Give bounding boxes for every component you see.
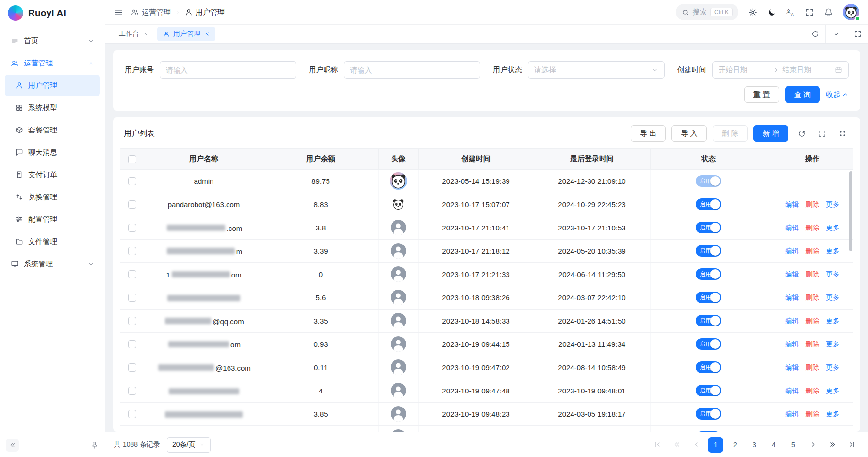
created-time-daterange[interactable]: 开始日期结束日期 — [712, 61, 849, 79]
edit-link[interactable]: 编辑 — [785, 387, 799, 394]
row-checkbox[interactable] — [128, 317, 136, 325]
sidebar-item-user-management[interactable]: 用户管理 — [5, 75, 100, 96]
edit-link[interactable]: 编辑 — [785, 317, 799, 325]
next-page-button[interactable] — [805, 437, 820, 453]
more-link[interactable]: 更多 — [826, 410, 839, 418]
tab-menu-chevron-down-icon[interactable] — [825, 25, 847, 43]
delete-link[interactable]: 删除 — [805, 410, 819, 418]
row-checkbox[interactable] — [128, 387, 136, 395]
translate-icon[interactable]: 文A — [786, 8, 795, 17]
settings-icon[interactable] — [748, 8, 757, 17]
tab-close-icon[interactable] — [143, 31, 148, 37]
select-all-checkbox[interactable] — [128, 155, 136, 163]
fullscreen-icon[interactable] — [805, 8, 814, 17]
more-link[interactable]: 更多 — [826, 294, 839, 301]
pin-icon[interactable] — [90, 441, 99, 450]
export-button[interactable]: 导 出 — [631, 125, 666, 142]
nickname-input[interactable] — [344, 61, 481, 79]
status-toggle[interactable]: 启用 — [696, 245, 721, 257]
collapse-filters-link[interactable]: 收起 — [826, 90, 849, 99]
status-toggle[interactable]: 启用 — [696, 315, 721, 326]
status-toggle[interactable]: 启用 — [696, 361, 721, 373]
edit-link[interactable]: 编辑 — [785, 410, 799, 418]
user-avatar[interactable] — [843, 4, 859, 20]
sidebar-item-redeem-management[interactable]: 兑换管理 — [5, 186, 100, 208]
more-link[interactable]: 更多 — [826, 224, 839, 231]
more-link[interactable]: 更多 — [826, 270, 839, 278]
status-toggle[interactable]: 启用 — [696, 408, 721, 420]
sidebar-item-file-management[interactable]: 文件管理 — [5, 231, 100, 252]
tab-user-management[interactable]: 用户管理 — [157, 27, 215, 41]
edit-link[interactable]: 编辑 — [785, 200, 799, 208]
row-checkbox[interactable] — [128, 224, 136, 232]
account-input[interactable] — [160, 61, 296, 79]
delete-button[interactable]: 删 除 — [713, 125, 748, 142]
status-toggle[interactable]: 启用 — [696, 385, 721, 396]
row-checkbox[interactable] — [128, 340, 136, 348]
sidebar-item-operations[interactable]: 运营管理 — [5, 52, 100, 74]
sidebar-collapse-button[interactable] — [6, 439, 19, 452]
delete-link[interactable]: 删除 — [805, 317, 819, 325]
tab-fullscreen-icon[interactable] — [847, 25, 868, 43]
delete-link[interactable]: 删除 — [805, 270, 819, 278]
sidebar-item-config-management[interactable]: 配置管理 — [5, 209, 100, 230]
row-checkbox[interactable] — [128, 363, 136, 372]
sidebar-item-home[interactable]: 首页 — [5, 30, 100, 51]
table-scrollbar[interactable] — [849, 171, 852, 251]
table-fullscreen-icon[interactable] — [815, 126, 829, 141]
page-button-1[interactable]: 1 — [708, 437, 723, 453]
status-toggle[interactable]: 启用 — [696, 198, 721, 210]
tab-close-icon[interactable] — [204, 31, 210, 37]
page-button-4[interactable]: 4 — [766, 437, 782, 453]
sidebar-item-payment-orders[interactable]: 支付订单 — [5, 164, 100, 185]
edit-link[interactable]: 编辑 — [785, 363, 799, 371]
import-button[interactable]: 导 入 — [671, 125, 706, 142]
more-link[interactable]: 更多 — [826, 363, 839, 371]
prev-page-button[interactable] — [688, 437, 704, 453]
sidebar-item-chat-messages[interactable]: 聊天消息 — [5, 142, 100, 163]
status-toggle[interactable]: 启用 — [696, 338, 721, 350]
page-size-select[interactable]: 20条/页 — [167, 437, 211, 453]
sidebar-item-package-management[interactable]: 套餐管理 — [5, 119, 100, 141]
row-checkbox[interactable] — [128, 294, 136, 302]
dark-mode-icon[interactable] — [767, 8, 776, 17]
tab-refresh-icon[interactable] — [804, 25, 825, 43]
reset-button[interactable]: 重 置 — [744, 86, 779, 103]
delete-link[interactable]: 删除 — [805, 224, 819, 231]
row-checkbox[interactable] — [128, 270, 136, 278]
menu-toggle-icon[interactable] — [114, 8, 123, 17]
sidebar-item-system-management[interactable]: 系统管理 — [5, 253, 100, 275]
more-link[interactable]: 更多 — [826, 387, 839, 394]
edit-link[interactable]: 编辑 — [785, 270, 799, 278]
delete-link[interactable]: 删除 — [805, 247, 819, 255]
status-toggle[interactable]: 启用 — [696, 268, 721, 280]
more-link[interactable]: 更多 — [826, 200, 839, 208]
next-group-button[interactable] — [824, 437, 840, 453]
refresh-table-icon[interactable] — [794, 126, 809, 141]
row-checkbox[interactable] — [128, 410, 136, 418]
add-button[interactable]: 新 增 — [753, 125, 788, 142]
prev-group-button[interactable] — [669, 437, 685, 453]
breadcrumb-item-operations[interactable]: 运营管理 — [131, 8, 171, 17]
page-button-3[interactable]: 3 — [747, 437, 762, 453]
column-settings-icon[interactable] — [835, 126, 850, 141]
row-checkbox[interactable] — [128, 177, 136, 185]
query-button[interactable]: 查 询 — [785, 86, 820, 103]
search-input[interactable]: 搜索 Ctrl K — [676, 4, 738, 20]
delete-link[interactable]: 删除 — [805, 340, 819, 348]
status-toggle[interactable]: 启用 — [696, 222, 721, 233]
delete-link[interactable]: 删除 — [805, 387, 819, 394]
breadcrumb-item-user-management[interactable]: 用户管理 — [185, 8, 225, 17]
more-link[interactable]: 更多 — [826, 247, 839, 255]
edit-link[interactable]: 编辑 — [785, 224, 799, 231]
tab-workbench[interactable]: 工作台 — [113, 27, 154, 41]
delete-link[interactable]: 删除 — [805, 294, 819, 301]
delete-link[interactable]: 删除 — [805, 200, 819, 208]
sidebar-item-system-models[interactable]: 系统模型 — [5, 97, 100, 118]
edit-link[interactable]: 编辑 — [785, 247, 799, 255]
last-page-button[interactable] — [844, 437, 859, 453]
logo[interactable]: Ruoyi AI — [0, 0, 105, 26]
status-toggle[interactable]: 启用 — [696, 431, 721, 432]
page-button-2[interactable]: 2 — [727, 437, 743, 453]
status-select[interactable]: 请选择 — [528, 61, 665, 79]
